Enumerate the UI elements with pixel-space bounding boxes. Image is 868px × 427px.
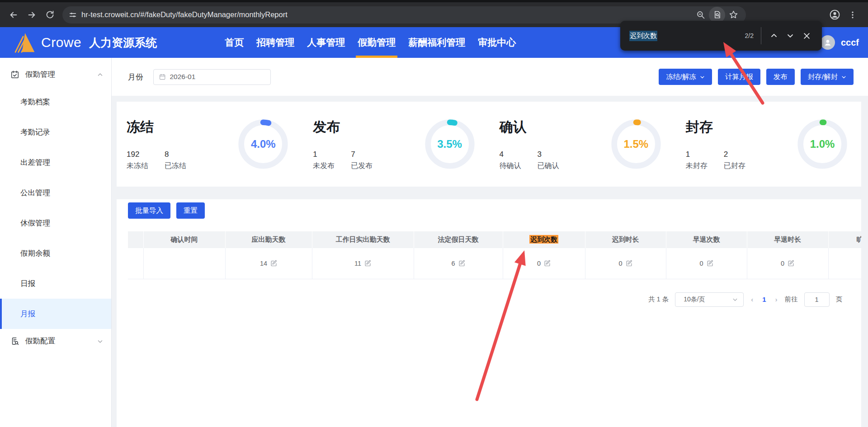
kebab-menu-icon [848,10,857,19]
stat-label: 待确认 [500,161,521,171]
col-actual-workdays[interactable]: 工作日实出勤天数 [312,231,414,248]
nav-personnel[interactable]: 人事管理 [307,27,345,58]
page-unit-label: 页 [836,295,843,304]
month-input[interactable] [170,73,265,81]
col-partial[interactable]: 旷 [828,231,861,248]
stat-value: 1 [686,150,708,159]
back-icon [9,10,19,20]
stat-percent: 3.5% [424,118,476,170]
nav-attendance[interactable]: 假勤管理 [358,27,396,58]
stat-title: 确认 [500,118,559,136]
sidebar-item-daily-report[interactable]: 日报 [0,268,111,299]
stat-label: 未封存 [686,161,708,171]
calc-monthly-report-button[interactable]: 计算月报 [718,69,760,85]
sidebar-item-business-trip[interactable]: 出差管理 [0,147,111,178]
sidebar-group-label: 假勤配置 [25,336,91,346]
confirm-donut-chart: 1.5% [610,118,662,170]
close-icon [803,32,811,40]
next-page-button[interactable]: › [774,296,778,303]
nav-approval-center[interactable]: 审批中心 [478,27,516,58]
archive-unarchive-button[interactable]: 封存/解封 [801,69,854,85]
sidebar-item-leave-balance[interactable]: 假期余额 [0,238,111,268]
prev-page-button[interactable]: ‹ [750,296,754,303]
page-number-1[interactable]: 1 [760,296,768,303]
edit-icon[interactable] [544,260,551,267]
sidebar-item-monthly-report[interactable]: 月报 [0,299,111,329]
sidebar-group-attendance[interactable]: 假勤管理 [0,62,111,87]
stat-value: 192 [127,150,148,159]
sidebar-item-official-out[interactable]: 公出管理 [0,178,111,208]
user-box[interactable]: cccf [821,35,859,50]
forward-icon [27,10,37,20]
stat-value: 1 [313,150,335,159]
find-query-input[interactable]: 迟到次数 [629,31,657,41]
publish-button[interactable]: 发布 [766,69,795,85]
month-label: 月份 [128,72,143,82]
sidebar: 假勤管理 考勤档案 考勤记录 出差管理 公出管理 休假管理 假期余额 日报 月报… [0,58,112,427]
stat-title: 封存 [686,118,745,136]
page-size-select[interactable]: 10条/页 [675,292,744,307]
site-info-icon[interactable] [69,11,77,19]
goto-label: 前往 [785,295,798,304]
brand: Crowe 人力资源系统 [12,32,157,53]
document-search-icon [10,337,19,346]
col-late-duration[interactable]: 迟到时长 [585,231,666,248]
edit-icon[interactable] [364,260,371,267]
table-header-row: 确认时间 应出勤天数 工作日实出勤天数 法定假日天数 迟到次数 迟到时长 早退次… [128,231,861,248]
forward-button[interactable] [23,6,41,24]
find-previous-button[interactable] [766,28,782,44]
main-content: 月份 冻结/解冻 计算月报 发布 [112,58,868,427]
stat-percent: 1.5% [610,118,662,170]
cell-confirm-time [143,248,225,279]
chevron-down-icon [787,32,794,39]
col-early-leave-count[interactable]: 早退次数 [666,231,747,248]
stat-freeze: 冻结 192未冻结 8已冻结 4.0% [127,118,313,171]
stat-label: 已发布 [351,161,373,171]
profile-button[interactable] [826,6,844,24]
product-name: 人力资源系统 [89,35,157,50]
sidebar-item-leave[interactable]: 休假管理 [0,208,111,238]
col-late-count[interactable]: 迟到次数 [503,231,585,248]
edit-icon[interactable] [458,260,465,267]
sidebar-item-attendance-archive[interactable]: 考勤档案 [0,87,111,117]
find-in-page-icon [713,10,722,19]
col-required-days[interactable]: 应出勤天数 [225,231,312,248]
cell-late-duration: 0 [585,248,666,279]
reload-button[interactable] [41,6,59,24]
stat-title: 发布 [313,118,373,136]
month-picker[interactable] [153,69,271,85]
avatar[interactable] [821,35,835,50]
edit-icon[interactable] [270,260,277,267]
calendar-check-icon [10,70,19,79]
nav-home[interactable]: 首页 [225,27,244,58]
nav-recruitment[interactable]: 招聘管理 [256,27,294,58]
sidebar-item-attendance-records[interactable]: 考勤记录 [0,117,111,147]
stat-label: 未发布 [313,161,335,171]
batch-import-button[interactable]: 批量导入 [128,202,170,219]
brand-name: Crowe [41,35,81,50]
cell-late-count: 0 [503,248,585,279]
edit-icon[interactable] [626,260,632,267]
pagination: 共 1 条 10条/页 ‹ 1 › 前往 页 [128,292,842,307]
col-confirm-time[interactable]: 确认时间 [143,231,225,248]
col-legal-holidays[interactable]: 法定假日天数 [414,231,503,248]
edit-icon[interactable] [707,260,713,267]
sidebar-group-config[interactable]: 假勤配置 [0,329,111,353]
stat-label: 已封存 [724,161,745,171]
sidebar-group-label: 假勤管理 [25,70,91,80]
find-next-button[interactable] [782,28,798,44]
find-match-count: 2/2 [745,32,754,39]
back-button[interactable] [5,6,23,24]
nav-compensation[interactable]: 薪酬福利管理 [408,27,465,58]
freeze-unfreeze-button[interactable]: 冻结/解冻 [659,69,712,85]
browser-menu-button[interactable] [844,6,862,24]
chevron-down-icon [97,338,103,344]
reset-button[interactable]: 重置 [176,202,205,219]
stat-value: 4 [500,150,521,159]
edit-icon[interactable] [788,260,794,267]
total-count: 共 1 条 [648,295,669,304]
col-early-leave-duration[interactable]: 早退时长 [747,231,828,248]
url-text[interactable]: hr-test.croweit.cn/#/fakeDuty/fakeDutyMa… [81,10,693,19]
goto-page-input[interactable] [804,292,830,307]
find-close-button[interactable] [798,28,815,44]
